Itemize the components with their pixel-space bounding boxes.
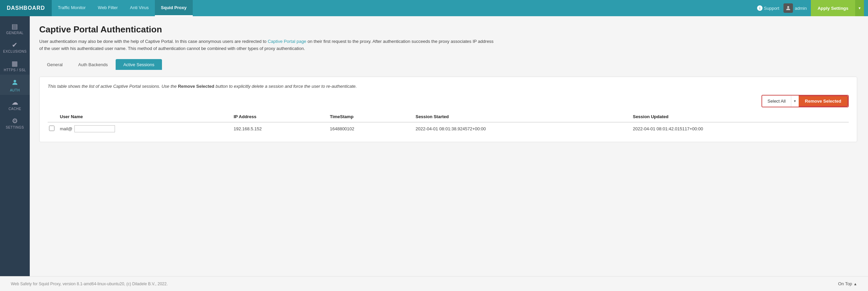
sidebar-item-cache[interactable]: ☁ Cache bbox=[0, 95, 30, 113]
tabs: General Auth Backends Active Sessions bbox=[39, 59, 857, 70]
table-actions: Select All ▾ Remove Selected bbox=[48, 95, 849, 107]
tab-auth-backends[interactable]: Auth Backends bbox=[70, 59, 115, 70]
sidebar-item-settings-label: Settings bbox=[6, 126, 24, 129]
sidebar-item-exclusions[interactable]: ✔ Exclusions bbox=[0, 37, 30, 56]
support-label: Support bbox=[764, 6, 779, 11]
col-session-started: Session Started bbox=[414, 111, 632, 122]
settings-icon: ⚙ bbox=[12, 117, 18, 124]
card-info-text1: This table shows the list of active Capt… bbox=[48, 84, 178, 89]
cache-icon: ☁ bbox=[11, 99, 19, 106]
select-all-button[interactable]: Select All bbox=[762, 96, 791, 107]
row-checkbox-cell bbox=[48, 122, 58, 135]
top-nav: DASHBOARD Traffic Monitor Web Filter Ant… bbox=[0, 0, 868, 16]
col-timestamp: TimeStamp bbox=[328, 111, 414, 122]
right-actions: i Support admin Apply Settings ▾ bbox=[757, 0, 868, 16]
nav-traffic-monitor[interactable]: Traffic Monitor bbox=[52, 0, 92, 16]
username-cell: mail@ bbox=[60, 125, 228, 132]
action-buttons-group: Select All ▾ Remove Selected bbox=[761, 95, 849, 107]
main-content: Captive Portal Authentication User authe… bbox=[30, 16, 868, 276]
tab-active-sessions[interactable]: Active Sessions bbox=[116, 59, 162, 70]
desc-part1: User authentication may also be done wit… bbox=[39, 39, 268, 44]
sidebar-item-https-label: HTTPS / SSL bbox=[4, 68, 26, 72]
arrow-up-icon: ▲ bbox=[853, 282, 857, 286]
svg-point-1 bbox=[14, 80, 16, 82]
https-icon: ▦ bbox=[11, 60, 18, 67]
row-session-started-cell: 2022-04-01 08:01:38.924572+00:00 bbox=[414, 122, 632, 135]
info-icon: i bbox=[757, 5, 763, 11]
sidebar: ▤ General ✔ Exclusions ▦ HTTPS / SSL Aut… bbox=[0, 16, 30, 276]
admin-icon bbox=[783, 3, 793, 13]
captive-portal-link[interactable]: Captive Portal page bbox=[268, 39, 306, 44]
card-info: This table shows the list of active Capt… bbox=[48, 84, 849, 89]
select-all-dropdown[interactable]: ▾ bbox=[791, 96, 799, 107]
nav-web-filter[interactable]: Web Filter bbox=[92, 0, 124, 16]
exclusions-icon: ✔ bbox=[12, 42, 18, 48]
col-ip: IP Address bbox=[232, 111, 329, 122]
footer: Web Safety for Squid Proxy, version 8.1-… bbox=[0, 276, 868, 291]
username-input[interactable] bbox=[74, 125, 115, 132]
svg-point-0 bbox=[787, 6, 789, 8]
apply-btn-wrap: Apply Settings ▾ bbox=[811, 0, 864, 16]
remove-selected-button[interactable]: Remove Selected bbox=[799, 96, 848, 107]
nav-anti-virus[interactable]: Anti Virus bbox=[124, 0, 155, 16]
sidebar-item-settings[interactable]: ⚙ Settings bbox=[0, 113, 30, 132]
row-username-cell: mail@ bbox=[58, 122, 232, 135]
nav-squid-proxy[interactable]: Squid Proxy bbox=[155, 0, 193, 16]
sessions-table: User Name IP Address TimeStamp Session S… bbox=[48, 111, 849, 135]
table-body: mail@ 192.168.5.152 1648800102 2022-04-0… bbox=[48, 122, 849, 135]
sidebar-item-general-label: General bbox=[6, 31, 23, 35]
row-session-updated-cell: 2022-04-01 08:01:42.015117+00:00 bbox=[631, 122, 849, 135]
table-row: mail@ 192.168.5.152 1648800102 2022-04-0… bbox=[48, 122, 849, 135]
col-checkbox bbox=[48, 111, 58, 122]
on-top-link[interactable]: On Top ▲ bbox=[838, 281, 857, 286]
sidebar-item-https-ssl[interactable]: ▦ HTTPS / SSL bbox=[0, 56, 30, 75]
on-top-label: On Top bbox=[838, 281, 852, 286]
table-header-row: User Name IP Address TimeStamp Session S… bbox=[48, 111, 849, 122]
footer-text: Web Safety for Squid Proxy, version 8.1-… bbox=[11, 282, 168, 286]
auth-icon bbox=[11, 79, 19, 87]
row-timestamp-cell: 1648800102 bbox=[328, 122, 414, 135]
sessions-card: This table shows the list of active Capt… bbox=[39, 77, 857, 142]
main-layout: ▤ General ✔ Exclusions ▦ HTTPS / SSL Aut… bbox=[0, 16, 868, 276]
card-info-text2: button to explicitly delete a session an… bbox=[214, 84, 357, 89]
row-ip-cell: 192.168.5.152 bbox=[232, 122, 329, 135]
apply-settings-dropdown[interactable]: ▾ bbox=[855, 0, 864, 16]
sidebar-item-general[interactable]: ▤ General bbox=[0, 19, 30, 37]
sidebar-item-auth-label: Auth bbox=[10, 88, 20, 92]
brand-logo: DASHBOARD bbox=[0, 0, 52, 16]
col-username: User Name bbox=[58, 111, 232, 122]
username-prefix: mail@ bbox=[60, 126, 72, 131]
sidebar-item-cache-label: Cache bbox=[8, 107, 21, 111]
general-icon: ▤ bbox=[11, 23, 18, 30]
card-info-bold: Remove Selected bbox=[178, 84, 214, 89]
page-description: User authentication may also be done wit… bbox=[39, 38, 496, 52]
table-header: User Name IP Address TimeStamp Session S… bbox=[48, 111, 849, 122]
admin-area: admin bbox=[783, 3, 807, 13]
page-title: Captive Portal Authentication bbox=[39, 24, 857, 35]
tab-general[interactable]: General bbox=[39, 59, 70, 70]
sidebar-item-exclusions-label: Exclusions bbox=[3, 50, 26, 53]
apply-settings-button[interactable]: Apply Settings bbox=[811, 0, 855, 16]
row-checkbox[interactable] bbox=[49, 126, 54, 131]
admin-label: admin bbox=[795, 6, 807, 11]
nav-items: Traffic Monitor Web Filter Anti Virus Sq… bbox=[52, 0, 193, 16]
sidebar-item-auth[interactable]: Auth bbox=[0, 75, 30, 95]
col-session-updated: Session Updated bbox=[631, 111, 849, 122]
support-link[interactable]: i Support bbox=[757, 5, 779, 11]
